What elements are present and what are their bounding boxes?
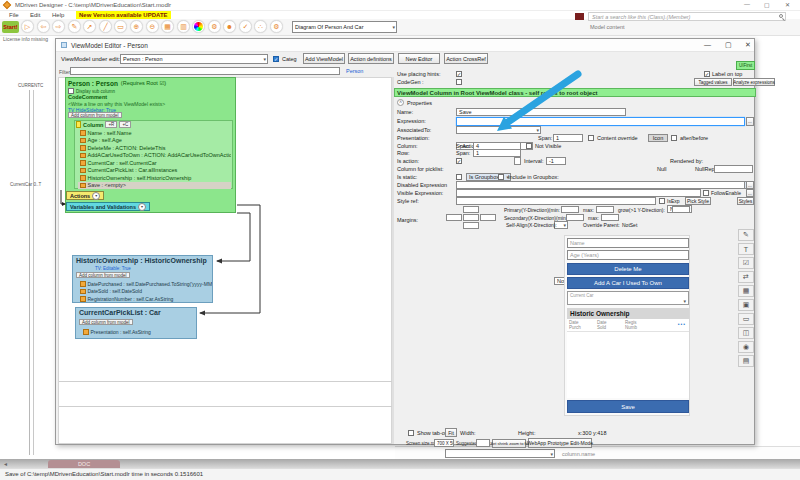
fit-button[interactable]: Fit [445,428,457,437]
settings-icon[interactable]: ⚙ [270,20,283,33]
search-box[interactable]: Start a search like this (Class).(Member… [588,12,786,21]
add-viewmodel-button[interactable]: Add ViewModel [303,53,345,64]
is-action-small-input[interactable] [514,157,521,165]
tab-doc[interactable]: DOC [48,460,120,468]
column-section-header[interactable]: Column +R +C [76,121,131,128]
checkbox-control-icon[interactable]: ☑ [738,257,754,269]
under-edit-combo[interactable]: Person : Person [120,54,268,64]
expression-more-button[interactable]: ... [746,117,754,126]
add-col-button[interactable]: +C [119,121,131,128]
vm-row-currentcar[interactable]: CurrentCar : self.CurrentCar [78,159,231,167]
content-override-checkbox[interactable] [588,135,594,141]
disabled-expression-input[interactable] [456,181,745,189]
root-block-header[interactable]: Person : Person (Requires Root ☑) [66,78,235,88]
new-editor-button[interactable]: New Editor [398,53,440,64]
margin-center-input[interactable] [463,214,479,221]
preview-add-car-button[interactable]: Add A Car I Used To Own [567,277,689,289]
menu-edit[interactable]: Edit [30,12,40,18]
is-action-checkbox[interactable] [456,158,462,164]
webapp-prototype-button[interactable]: WebApp Prototype Edit-Mode [528,438,592,448]
pane-divider[interactable] [59,406,393,407]
expand-actions-icon[interactable]: ▾ [92,192,100,200]
dart-icon[interactable]: ↗ [83,20,96,33]
historic-ownership-block[interactable]: HistoricOwnership : HistoricOwnership TV… [72,255,213,303]
name-input[interactable]: Save [456,108,626,116]
line-icon[interactable]: ╱ [99,20,112,33]
image-control-icon[interactable]: ▣ [738,299,754,311]
zoom-out-icon[interactable]: ⊖ [146,20,159,33]
panels-icon[interactable]: ▥ [177,20,190,33]
presentation-span-input[interactable]: 1 [553,134,583,142]
codegen-checkbox[interactable] [456,79,462,85]
shrink-zoom-button[interactable]: Set shrink zoom to fit [492,439,526,448]
person-link[interactable]: Person [346,68,363,74]
use-placing-hints-checkbox[interactable] [456,71,462,77]
visible-expression-more-button[interactable]: ... [746,189,754,197]
vm-row-age[interactable]: Age : self.Age [78,137,231,145]
vm-row-deleteme[interactable]: DeleteMe : ACTION: DeleteThis [78,144,231,152]
start-button[interactable]: Start! [2,21,19,33]
vm-row-addacar[interactable]: AddACarUsedToOwn : ACTION: AddACarUsedTo… [78,152,231,160]
label-on-top-checkbox[interactable] [704,71,710,77]
link-control-icon[interactable]: ⇄ [738,271,754,283]
preview-age-input[interactable]: Age (Years) [567,250,689,260]
actions-badge[interactable]: Actions ▾ [66,191,104,200]
margin-bottom-input[interactable] [463,222,479,229]
minimize-button[interactable]: — [744,1,750,7]
preview-name-input[interactable]: Name [567,238,689,248]
secondary-max-input[interactable] [601,214,619,221]
check-icon[interactable]: ✓ [239,20,252,33]
col-date-sold[interactable]: DateSold [597,320,607,330]
vm-row-currentcarpicklist[interactable]: CurrentCarPickList : Car.allInstances [78,167,231,175]
expression-input[interactable] [456,117,745,126]
interval-input[interactable]: -1 [546,157,566,165]
styles-button[interactable]: Styles [737,197,754,205]
disabled-expression-more-button[interactable]: ... [746,181,754,189]
play-icon[interactable]: ▷ [21,20,34,33]
style-ref-input[interactable] [456,197,656,205]
zoom-in-icon[interactable]: ⊕ [130,20,143,33]
secondary-min-input[interactable] [566,214,584,221]
col-date-purchased[interactable]: DatePurch [569,320,581,330]
preview-table-body[interactable] [567,332,689,398]
action-crossref-button[interactable]: Action CrossRef [444,53,488,64]
row-span-input[interactable]: 1 [473,149,521,157]
requires-root-label[interactable]: (Requires Root ☑) [121,80,166,86]
nullrep-input[interactable] [714,165,753,173]
follow-enable-checkbox[interactable] [703,190,709,196]
primary-min-input[interactable] [561,206,579,213]
is-static-checkbox[interactable] [456,174,462,180]
properties-collapse-icon[interactable]: ˄ [397,99,404,106]
after-before-checkbox[interactable] [671,135,677,141]
grid-icon[interactable]: ▦ [161,20,174,33]
tagged-values-button[interactable]: Tagged values [694,78,732,86]
pane-divider[interactable] [59,381,393,382]
visible-expression-input[interactable] [456,189,701,197]
vm-row-save-selected[interactable]: Save : <empty> [78,182,231,190]
historic-tagged-value-link[interactable]: TV: Editable: True [95,266,131,271]
dialog-minimize-button[interactable]: — [704,41,711,48]
primary-max-input[interactable] [596,206,614,213]
gears-icon[interactable]: ⚙ [208,20,221,33]
arrow-right-icon[interactable]: ⇨ [52,20,65,33]
dialog-maximize-button[interactable]: ▢ [725,41,732,49]
arrow-left-icon[interactable]: ⇦ [37,20,50,33]
action-definitions-button[interactable]: Action definitions [348,53,394,64]
expand-variables-icon[interactable]: ▾ [138,203,146,211]
vm-row-name[interactable]: Name : self.Name [78,129,231,137]
filter-input[interactable] [70,67,340,75]
suggested-zoom-input[interactable] [476,439,490,447]
code-comment-label[interactable]: CodeComment [68,94,107,100]
diagram-selector[interactable]: Diagram Of Person And Car [292,21,397,33]
table-menu-dots-icon[interactable]: ••• [678,321,686,327]
add-column-from-model-button[interactable]: Add column from model [68,112,122,118]
variables-validations-badge[interactable]: Variables and Validations ▾ [66,202,150,211]
printer-control-icon[interactable]: ▤ [738,355,754,367]
edit-control-icon[interactable]: ✎ [738,229,754,241]
person-icon[interactable]: ☻ [223,20,236,33]
picklist-add-column-button[interactable]: Add column from model [79,319,133,325]
icon-button[interactable]: Icon [648,134,668,142]
close-button[interactable]: ✕ [785,1,790,8]
currentcar-picklist-block[interactable]: CurrentCarPickList : Car Add column from… [75,307,197,339]
margin-right-input[interactable] [480,214,496,221]
